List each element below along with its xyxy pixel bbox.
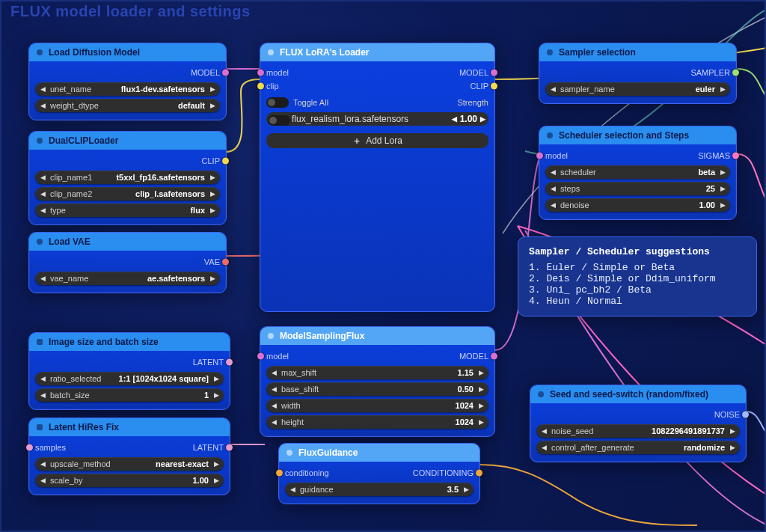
chevron-left-icon[interactable]: ◀ xyxy=(547,165,559,179)
field-base-shift[interactable]: ◀ base_shift 0.50 ▶ xyxy=(266,382,488,396)
field-value[interactable]: 1024 xyxy=(302,401,475,410)
field-value[interactable]: 1.15 xyxy=(318,368,475,377)
chevron-right-icon[interactable]: ▶ xyxy=(206,99,218,112)
field-scheduler[interactable]: ◀ scheduler beta ▶ xyxy=(545,165,730,179)
chevron-left-icon[interactable]: ◀ xyxy=(547,198,559,212)
chevron-left-icon[interactable]: ◀ xyxy=(37,82,49,96)
field-value[interactable]: 3.5 xyxy=(335,485,460,494)
field-value[interactable]: t5xxl_fp16.safetensors xyxy=(94,173,206,182)
lora-item-toggle[interactable] xyxy=(268,115,290,126)
chevron-right-icon[interactable]: ▶ xyxy=(475,415,487,429)
field-value[interactable]: beta xyxy=(598,168,717,177)
chevron-right-icon[interactable]: ▶ xyxy=(717,165,729,179)
chevron-left-icon[interactable]: ◀ xyxy=(547,182,559,195)
chevron-right-icon[interactable]: ▶ xyxy=(460,483,472,496)
field-value[interactable]: flux1-dev.safetensors xyxy=(93,85,206,94)
chevron-right-icon[interactable]: ▶ xyxy=(206,204,218,217)
chevron-left-icon[interactable]: ◀ xyxy=(287,483,298,496)
field-batch-size[interactable]: ◀ batch_size 1 ▶ xyxy=(35,388,224,402)
field-noise-seed[interactable]: ◀ noise_seed 1082296491891737 ▶ xyxy=(536,424,740,438)
field-value[interactable]: euler xyxy=(616,85,717,94)
node-flux-lora-loader[interactable]: FLUX LoRA's Loader model MODEL clip CLIP… xyxy=(260,43,495,312)
chevron-right-icon[interactable]: ▶ xyxy=(726,424,738,438)
node-title[interactable]: Latent HiRes Fix xyxy=(29,418,230,436)
output-latent-port[interactable] xyxy=(226,359,233,366)
field-guidance[interactable]: ◀ guidance 3.5 ▶ xyxy=(285,483,474,496)
chevron-right-icon[interactable]: ▶ xyxy=(717,82,729,96)
chevron-right-icon[interactable]: ▶ xyxy=(717,182,729,195)
chevron-left-icon[interactable]: ◀ xyxy=(538,441,550,454)
chevron-right-icon[interactable]: ▶ xyxy=(206,171,218,184)
field-value[interactable]: nearest-exact xyxy=(112,459,210,468)
chevron-right-icon[interactable]: ▶ xyxy=(480,115,485,123)
collapse-icon[interactable] xyxy=(547,132,553,138)
node-load-diffusion-model[interactable]: Load Diffusion Model MODEL ◀ unet_name f… xyxy=(28,43,227,120)
lora-item[interactable]: flux_realism_lora.safetensors ◀ 1.00 ▶ xyxy=(266,112,488,126)
node-sampler-selection[interactable]: Sampler selection SAMPLER ◀ sampler_name… xyxy=(539,43,737,104)
chevron-right-icon[interactable]: ▶ xyxy=(210,388,222,402)
chevron-left-icon[interactable]: ◀ xyxy=(547,82,559,96)
input-model-port[interactable] xyxy=(257,353,264,360)
field-value[interactable]: 1.00 xyxy=(84,476,210,485)
field-clip-name1[interactable]: ◀ clip_name1 t5xxl_fp16.safetensors ▶ xyxy=(35,171,220,184)
field-value[interactable]: ae.safetensors xyxy=(90,274,206,283)
collapse-icon[interactable] xyxy=(268,333,274,339)
node-flux-guidance[interactable]: FluxGuidance conditioning CONDITIONING ◀… xyxy=(278,443,480,504)
output-clip-port[interactable] xyxy=(222,158,229,165)
chevron-right-icon[interactable]: ▶ xyxy=(475,382,487,396)
input-conditioning-port[interactable] xyxy=(276,470,283,477)
field-denoise[interactable]: ◀ denoise 1.00 ▶ xyxy=(545,198,730,212)
chevron-right-icon[interactable]: ▶ xyxy=(206,272,218,285)
chevron-left-icon[interactable]: ◀ xyxy=(37,204,49,217)
output-clip-port[interactable] xyxy=(491,83,497,90)
chevron-right-icon[interactable]: ▶ xyxy=(210,474,222,487)
field-control-after-generate[interactable]: ◀ control_after_generate randomize ▶ xyxy=(536,441,740,454)
chevron-right-icon[interactable]: ▶ xyxy=(475,366,487,379)
chevron-left-icon[interactable]: ◀ xyxy=(37,474,49,487)
node-dual-clip-loader[interactable]: DualCLIPLoader CLIP ◀ clip_name1 t5xxl_f… xyxy=(28,131,227,225)
field-steps[interactable]: ◀ steps 25 ▶ xyxy=(545,182,730,195)
output-model-port[interactable] xyxy=(222,70,229,76)
node-title[interactable]: DualCLIPLoader xyxy=(29,132,226,150)
input-samples-port[interactable] xyxy=(26,444,33,451)
chevron-left-icon[interactable]: ◀ xyxy=(37,171,49,184)
node-title[interactable]: Scheduler selection and Steps xyxy=(539,126,736,144)
node-title[interactable]: Seed and seed-switch (random/fixed) xyxy=(530,385,746,403)
node-seed[interactable]: Seed and seed-switch (random/fixed) NOIS… xyxy=(530,385,747,462)
chevron-left-icon[interactable]: ◀ xyxy=(268,415,280,429)
field-clip-type[interactable]: ◀ type flux ▶ xyxy=(35,204,220,217)
node-note-sampler-suggestions[interactable]: Sampler / Scheduler suggestions 1. Euler… xyxy=(518,236,757,317)
field-value[interactable]: 1:1 [1024x1024 square] xyxy=(103,374,211,383)
input-model-port[interactable] xyxy=(257,70,264,76)
chevron-left-icon[interactable]: ◀ xyxy=(37,187,49,201)
field-value[interactable]: 1024 xyxy=(305,418,475,426)
field-vae-name[interactable]: ◀ vae_name ae.safetensors ▶ xyxy=(35,272,220,285)
lora-item-name[interactable]: flux_realism_lora.safetensors xyxy=(269,114,446,124)
chevron-left-icon[interactable]: ◀ xyxy=(37,272,49,285)
lora-item-strength-value[interactable]: 1.00 xyxy=(460,114,477,124)
chevron-right-icon[interactable]: ▶ xyxy=(206,187,218,201)
node-title[interactable]: Load VAE xyxy=(29,233,226,251)
chevron-right-icon[interactable]: ▶ xyxy=(210,372,222,385)
collapse-icon[interactable] xyxy=(287,450,292,456)
field-value[interactable]: flux xyxy=(67,206,206,215)
field-value[interactable]: default xyxy=(100,101,206,110)
chevron-left-icon[interactable]: ◀ xyxy=(37,388,49,402)
field-width[interactable]: ◀ width 1024 ▶ xyxy=(266,399,488,412)
chevron-left-icon[interactable]: ◀ xyxy=(268,399,280,412)
output-noise-port[interactable] xyxy=(742,412,749,418)
field-value[interactable]: 0.50 xyxy=(320,385,475,394)
chevron-right-icon[interactable]: ▶ xyxy=(726,441,738,454)
field-value[interactable]: randomize xyxy=(636,443,726,452)
collapse-icon[interactable] xyxy=(268,49,274,55)
node-latent-hires-fix[interactable]: Latent HiRes Fix samples LATENT ◀ upscal… xyxy=(28,418,230,495)
chevron-left-icon[interactable]: ◀ xyxy=(538,424,550,438)
node-load-vae[interactable]: Load VAE VAE ◀ vae_name ae.safetensors ▶ xyxy=(28,232,227,293)
output-vae-port[interactable] xyxy=(222,259,229,266)
collapse-icon[interactable] xyxy=(37,424,43,430)
chevron-left-icon[interactable]: ◀ xyxy=(37,457,49,471)
field-weight-dtype[interactable]: ◀ weight_dtype default ▶ xyxy=(35,99,220,112)
chevron-right-icon[interactable]: ▶ xyxy=(210,457,222,471)
chevron-left-icon[interactable]: ◀ xyxy=(37,372,49,385)
field-clip-name2[interactable]: ◀ clip_name2 clip_l.safetensors ▶ xyxy=(35,187,220,201)
